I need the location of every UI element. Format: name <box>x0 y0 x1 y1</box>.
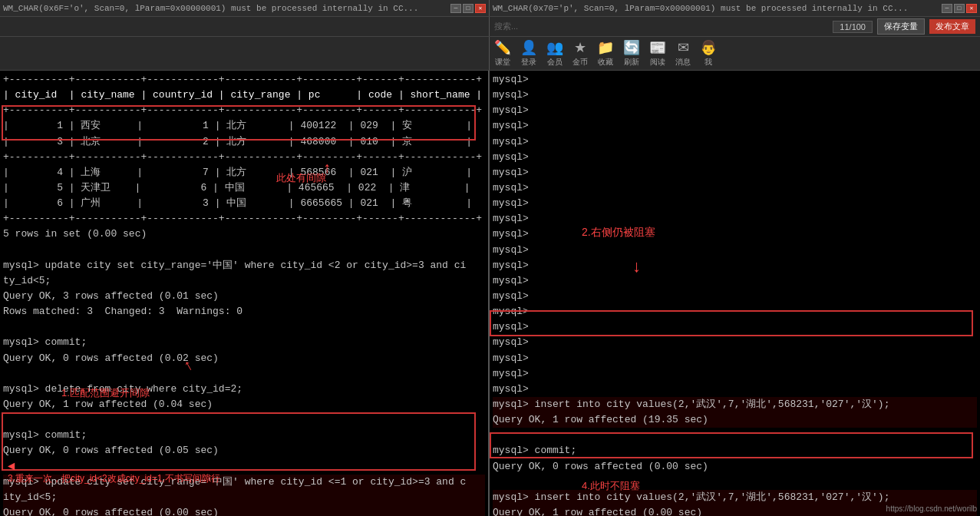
maximize-btn-right[interactable]: □ <box>954 4 965 13</box>
table-row-beijing: | 3 | 北京 | 2 | 北方 | 468000 | 010 | 京 | <box>3 134 485 150</box>
right-mysql-line-18: mysql> <box>493 335 977 350</box>
right-insert1-cmd: mysql> insert into city values(2,'武汉',7,… <box>493 397 977 412</box>
table-row-shanghai: | 4 | 上海 | 7 | 北方 | 568566 | 021 | 沪 | <box>3 165 485 180</box>
right-commit1-result: Query OK, 0 rows affected (0.00 sec) <box>493 459 977 475</box>
right-blank2 <box>493 475 977 490</box>
toolbar-icon-read[interactable]: 📰 阅读 <box>649 39 666 68</box>
blank3 <box>3 366 485 382</box>
right-terminal: mysql> mysql> mysql> mysql> mysql> mysql… <box>490 71 980 516</box>
close-btn-right[interactable]: ✕ <box>966 4 977 13</box>
left-window-controls: ─ □ ✕ <box>450 4 486 13</box>
right-mysql-line-10: mysql> <box>493 211 977 227</box>
blank4 <box>3 412 485 428</box>
right-mysql-line-12: mysql> <box>493 243 977 258</box>
cmd-commit2: mysql> commit; <box>3 428 485 443</box>
right-mysql-line-4: mysql> <box>493 118 977 134</box>
left-terminal: +----------+-----------+------------+---… <box>0 71 490 516</box>
right-mysql-line-2: mysql> <box>493 88 977 103</box>
right-mysql-line-7: mysql> <box>493 165 977 180</box>
right-blank1 <box>493 428 977 443</box>
right-mysql-line-3: mysql> <box>493 103 977 118</box>
right-mysql-line-6: mysql> <box>493 150 977 165</box>
right-mysql-line-5: mysql> <box>493 134 977 150</box>
table-row-guangzhou: | 6 | 广州 | 3 | 中国 | 6665665 | 021 | 粤 | <box>3 196 485 211</box>
left-title-bar: WM_CHAR(0x6F='o', Scan=0, lParam=0x00000… <box>0 0 490 16</box>
right-mysql-line-17: mysql> <box>493 319 977 335</box>
right-mysql-line-1: mysql> <box>493 72 977 88</box>
blank1 <box>3 243 485 258</box>
icon-toolbar-row: ✏️ 课堂 👤 登录 👥 会员 ★ 金币 📁 收藏 🔄 刷新 📰 阅读 ✉ <box>0 37 980 71</box>
cmd-commit1-result: Query OK, 0 rows affected (0.02 sec) <box>3 351 485 366</box>
right-mysql-line-16: mysql> <box>493 304 977 319</box>
table-border-top: +----------+-----------+------------+---… <box>3 72 485 88</box>
rows-count: 5 rows in set (0.00 sec) <box>3 227 485 242</box>
right-mysql-line-11: mysql> <box>493 227 977 242</box>
right-mysql-line-14: mysql> <box>493 273 977 289</box>
right-mysql-line-15: mysql> <box>493 289 977 304</box>
right-mysql-line-13: mysql> <box>493 258 977 273</box>
right-window-title: WM_CHAR(0x70='p', Scan=0, lParam=0x00000… <box>493 4 939 13</box>
main-content: +----------+-----------+------------+---… <box>0 71 980 516</box>
toolbar-icon-collection[interactable]: 📁 收藏 <box>597 39 614 68</box>
right-commit1: mysql> commit; <box>493 443 977 458</box>
toolbar-icon-login[interactable]: 👤 登录 <box>520 39 537 68</box>
cmd-update1-result1: Query OK, 3 rows affected (0.01 sec) <box>3 289 485 304</box>
table-row-tianjin: | 5 | 天津卫 | 6 | 中国 | 465665 | 022 | 津 | <box>3 180 485 196</box>
cmd-delete-result: Query OK, 1 row affected (0.04 sec) <box>3 397 485 412</box>
right-mysql-line-21: mysql> <box>493 382 977 397</box>
search-placeholder: 搜索... <box>494 21 828 32</box>
cmd-update1-line1: mysql> update city set city_range='中国' w… <box>3 258 485 273</box>
right-toolbar-row: 搜索... 11/100 保存变量 发布文章 <box>0 17 980 37</box>
minimize-btn-right[interactable]: ─ <box>942 4 952 13</box>
right-window-controls: ─ □ ✕ <box>942 4 977 13</box>
cmd-commit1: mysql> commit; <box>3 335 485 350</box>
table-header-row: | city_id | city_name | country_id | cit… <box>3 88 485 103</box>
counter-display: 11/100 <box>833 21 873 33</box>
table-border-bottom: +----------+-----------+------------+---… <box>3 211 485 227</box>
toolbar-icon-me[interactable]: 👨 我 <box>700 39 717 68</box>
right-mysql-line-20: mysql> <box>493 366 977 382</box>
toolbar-icon-message[interactable]: ✉ 消息 <box>675 39 691 68</box>
right-title-bar: WM_CHAR(0x70='p', Scan=0, lParam=0x00000… <box>490 0 980 16</box>
right-insert1-result: Query OK, 1 row affected (19.35 sec) <box>493 412 977 428</box>
cmd-update2-line1: mysql> update city set city_range='中国' w… <box>3 475 485 490</box>
footer-url: https://blog.csdn.net/worilb <box>886 503 977 514</box>
right-mysql-line-19: mysql> <box>493 351 977 366</box>
cmd-update2-line2: ity_id<5; <box>3 490 485 505</box>
table-border-mid1: +----------+-----------+------------+---… <box>3 103 485 118</box>
maximize-btn-left[interactable]: □ <box>463 4 474 13</box>
cmd-commit2-result: Query OK, 0 rows affected (0.05 sec) <box>3 443 485 458</box>
table-row-xian: | 1 | 西安 | 1 | 北方 | 400122 | 029 | 安 | <box>3 118 485 134</box>
cmd-update1-result2: Rows matched: 3 Changed: 3 Warnings: 0 <box>3 304 485 319</box>
right-mysql-line-8: mysql> <box>493 180 977 196</box>
cmd-update1-line2: ty_id<5; <box>3 273 485 289</box>
blank5 <box>3 459 485 475</box>
toolbar-icon-coins[interactable]: ★ 金币 <box>572 39 588 68</box>
table-border-mid2: +----------+-----------+------------+---… <box>3 150 485 165</box>
toolbar-icon-class[interactable]: ✏️ 课堂 <box>494 39 511 68</box>
right-mysql-line-9: mysql> <box>493 196 977 211</box>
close-btn-left[interactable]: ✕ <box>475 4 486 13</box>
toolbar-icon-refresh[interactable]: 🔄 刷新 <box>623 39 640 68</box>
cmd-update2-result1: Query OK, 0 rows affected (0.00 sec) <box>3 505 485 516</box>
blank2 <box>3 319 485 335</box>
cmd-delete: mysql> delete from city where city_id=2; <box>3 382 485 397</box>
publish-article-button[interactable]: 发布文章 <box>929 19 975 34</box>
top-bar-container: WM_CHAR(0x6F='o', Scan=0, lParam=0x00000… <box>0 0 980 17</box>
save-variable-button[interactable]: 保存变量 <box>877 18 925 35</box>
toolbar-icon-members[interactable]: 👥 会员 <box>546 39 563 68</box>
minimize-btn-left[interactable]: ─ <box>450 4 461 13</box>
left-window-title: WM_CHAR(0x6F='o', Scan=0, lParam=0x00000… <box>3 4 447 13</box>
